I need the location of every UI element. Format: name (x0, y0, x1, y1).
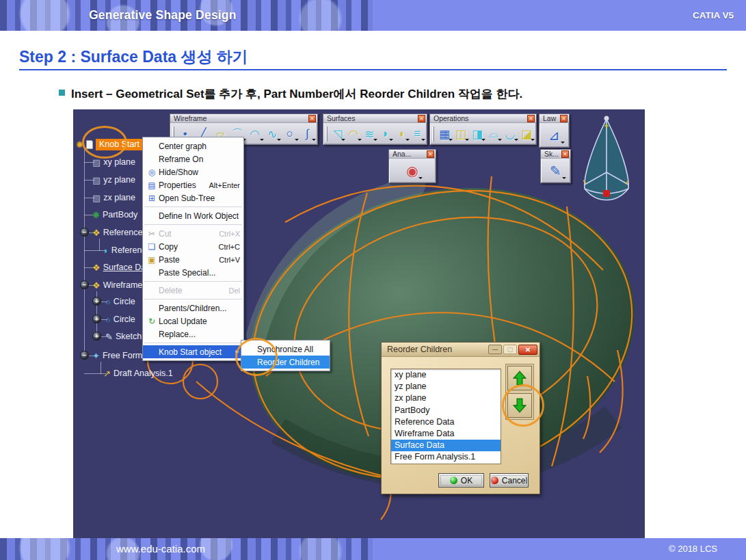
menu-item-label: Properties (159, 181, 204, 190)
submenu-item-synchronize-all[interactable]: Synchronize All (241, 343, 330, 356)
menu-separator (144, 224, 242, 225)
partbody-icon: ✺ (92, 211, 100, 219)
expand-expander[interactable]: + (92, 297, 101, 306)
law-button[interactable]: ⊿ (545, 125, 564, 146)
collapse-expander[interactable]: − (80, 351, 89, 360)
menu-item-paste-special[interactable]: Paste Special... (143, 266, 243, 279)
menu-item-reframe-on[interactable]: Reframe On (143, 152, 243, 165)
circle-tool-button[interactable]: ○ (282, 125, 298, 143)
dialog-list-item-surface-data[interactable]: Surface Data (391, 440, 501, 451)
menu-item-hide-show[interactable]: ◎Hide/Show (143, 165, 243, 178)
revolve-button[interactable]: ◠ (346, 125, 360, 143)
tree-item-xy-plane[interactable]: ▨xy plane (92, 156, 135, 168)
toolbar-close-icon[interactable] (561, 150, 569, 158)
move-up-button[interactable] (507, 366, 532, 390)
sweep-button[interactable]: ◗ (378, 125, 392, 143)
menu-item-replace[interactable]: Replace... (143, 328, 243, 341)
fill-icon: ◖ (398, 127, 405, 141)
cancel-button[interactable]: Cancel (490, 473, 529, 488)
toolbar-close-icon[interactable] (308, 115, 316, 122)
toolbar-close-icon[interactable] (527, 115, 535, 122)
dialog-list-item-reference-data[interactable]: Reference Data (391, 416, 501, 428)
menu-item-open-sub-tree[interactable]: ⊞Open Sub-Tree (143, 191, 243, 204)
tree-item-circle[interactable]: ○Circle (105, 295, 135, 308)
join-button[interactable]: ▦ (437, 125, 452, 143)
move-down-button[interactable] (507, 393, 532, 418)
hide-show-icon: ◎ (145, 168, 159, 176)
join-icon: ▦ (439, 127, 450, 142)
menu-item-label: Paste Special... (159, 268, 240, 278)
boundary-button[interactable]: ◡ (503, 125, 518, 143)
parallel-curve-button[interactable]: ∿ (265, 125, 281, 143)
dialog-list-item-xy-plane[interactable]: xy plane (391, 369, 501, 381)
dialog-title-bar[interactable]: Reorder Children (382, 343, 539, 357)
fill-button[interactable]: ◖ (394, 125, 408, 143)
geoset-icon: ❖ (92, 263, 101, 272)
maximize-button[interactable] (503, 345, 517, 354)
menu-item-shortcut: Alt+Enter (209, 181, 240, 189)
reorder-list: xy planeyz planezx planePartBodyReferenc… (390, 369, 501, 464)
menu-item-cut: ✂CutCtrl+X (143, 227, 243, 240)
expand-expander[interactable]: + (92, 315, 101, 323)
dialog-list-item-yz-plane[interactable]: yz plane (391, 381, 501, 392)
menu-item-shortcut: Ctrl+X (219, 230, 240, 238)
tree-item-yz-plane[interactable]: ▨yz plane (92, 174, 135, 186)
spline-button[interactable]: ∫ (299, 125, 316, 143)
menu-item-shortcut: Del (228, 286, 240, 295)
healing-button[interactable]: ◫ (453, 125, 468, 143)
minimize-button[interactable] (488, 345, 502, 354)
analysis-icon: ◉ (406, 163, 418, 179)
tree-item-partbody[interactable]: ✺PartBody (92, 209, 137, 221)
boundary-icon: ◡ (505, 127, 516, 142)
footer-copyright: © 2018 LCS (669, 538, 717, 560)
extract-button[interactable]: ◪ (519, 125, 534, 143)
surface-icon: ◗ (103, 246, 109, 255)
menu-item-center-graph[interactable]: Center graph (143, 139, 243, 152)
toolbar-grip[interactable] (325, 126, 328, 142)
tree-item-sketch[interactable]: ✎Sketch (105, 330, 142, 343)
ok-button[interactable]: OK (438, 473, 484, 488)
split-button[interactable]: ◨ (470, 125, 485, 143)
submenu-item-reorder-children[interactable]: Reorder Children (241, 356, 330, 369)
toolbar-close-icon[interactable] (427, 150, 434, 158)
dialog-list-item-wireframe-data[interactable]: Wireframe Data (391, 428, 501, 440)
dialog-list-item-partbody[interactable]: PartBody (391, 405, 501, 416)
tree-item-label: yz plane (103, 175, 135, 185)
menu-item-parents-children[interactable]: Parents/Children... (143, 302, 243, 315)
course-title: Generative Shape Design (89, 0, 237, 31)
tree-item-knob-start[interactable]: ✺Knob Start (76, 138, 143, 150)
menu-item-copy[interactable]: ❏CopyCtrl+C (143, 240, 243, 253)
menu-item-local-update[interactable]: ↻Local Update (143, 315, 243, 328)
geoset-icon: ❖ (92, 281, 101, 290)
tree-item-circle[interactable]: ○Circle (105, 313, 135, 325)
sketcher-icon: ✎ (550, 163, 561, 179)
collapse-expander[interactable]: − (80, 280, 89, 289)
toolbar-title: Sk... (544, 150, 561, 158)
expand-expander[interactable]: + (92, 332, 101, 341)
menu-separator (144, 206, 242, 207)
catia-viewport[interactable]: ✺Knob Start▨xy plane▨yz plane▨zx plane✺P… (73, 109, 645, 538)
tree-item-zx-plane[interactable]: ▨zx plane (92, 191, 135, 204)
menu-item-define-in-work-object[interactable]: Define In Work Object (143, 209, 243, 222)
offset-button[interactable]: ≋ (362, 125, 377, 143)
trim-button[interactable]: ⌓ (486, 125, 501, 143)
cancel-label: Cancel (502, 476, 527, 485)
cancel-status-icon (491, 477, 498, 484)
menu-item-knob-start-object[interactable]: Knob Start object (143, 345, 243, 358)
toolbar-close-icon[interactable] (560, 115, 568, 122)
dialog-list-item-zx-plane[interactable]: zx plane (391, 392, 501, 404)
toolbar-close-icon[interactable] (418, 115, 425, 122)
multi-sections-button[interactable]: ≡ (410, 125, 425, 143)
compass[interactable] (574, 114, 639, 209)
extrude-button[interactable]: ◹ (330, 125, 345, 143)
dialog-list-item-free-form-analysis-1[interactable]: Free Form Analysis.1 (391, 451, 501, 463)
sketcher-button[interactable]: ✎ (546, 161, 565, 181)
close-button[interactable] (518, 345, 537, 355)
intersection-button[interactable]: ◠ (247, 125, 263, 143)
toolbar-grip[interactable] (432, 126, 434, 142)
analysis-button[interactable]: ◉ (403, 161, 422, 181)
collapse-expander[interactable]: − (80, 228, 89, 237)
tree-item-draft-analysis-1[interactable]: ↗Draft Analysis.1 (103, 367, 173, 379)
menu-item-paste[interactable]: ▣PasteCtrl+V (143, 253, 243, 266)
menu-item-properties[interactable]: ▤PropertiesAlt+Enter (143, 178, 243, 191)
